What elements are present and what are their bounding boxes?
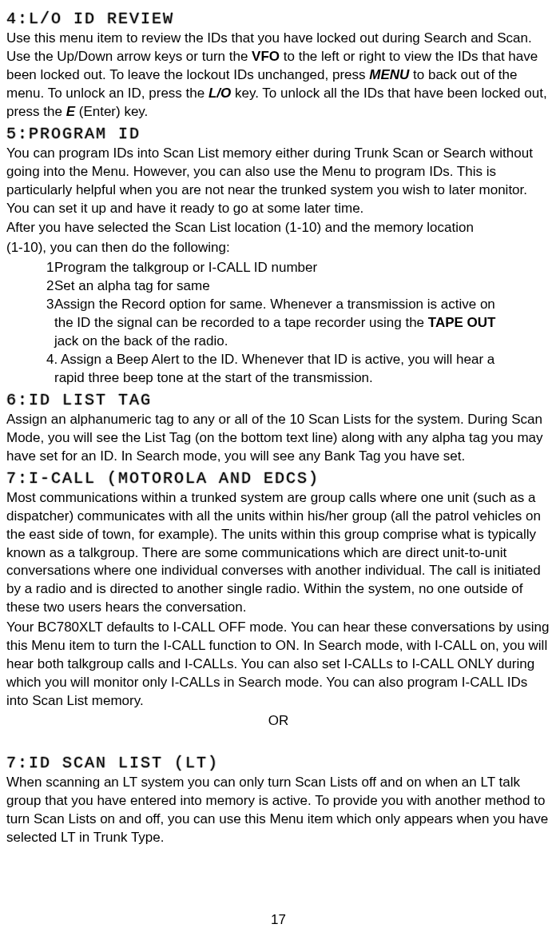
list-text: the ID the signal can be recorded to a t… — [54, 314, 495, 333]
or-separator: OR — [6, 712, 550, 731]
spacer — [46, 314, 54, 333]
heading-4-lo-id-review: 4:L/O ID REVIEW — [6, 8, 550, 30]
list-number: 1 — [46, 259, 54, 277]
sec5-list: 1Program the talkgroup or I-CALL ID numb… — [6, 259, 550, 388]
sec7a-p2: Your BC780XLT defaults to I-CALL OFF mod… — [6, 619, 550, 711]
page-number: 17 — [6, 911, 550, 930]
list-text: jack on the back of the radio. — [54, 333, 228, 351]
list-text: Assign a Beep Alert to the ID. Whenever … — [61, 351, 494, 369]
list-number: 4. — [46, 351, 61, 369]
bold-tape-out: TAPE OUT — [428, 315, 496, 330]
text: (Enter) key. — [75, 104, 148, 119]
heading-6-id-list-tag: 6:ID LIST TAG — [6, 389, 550, 411]
list-item: 4.Assign a Beep Alert to the ID. Wheneve… — [46, 351, 550, 369]
sec7a-p1: Most communications within a trunked sys… — [6, 489, 550, 618]
list-item: 1Program the talkgroup or I-CALL ID numb… — [46, 259, 550, 277]
sec7b-p1: When scanning an LT system you can only … — [6, 774, 550, 847]
heading-7-icall: 7:I-CALL (MOTOROLA AND EDCS) — [6, 468, 550, 489]
bold-italic-e: E — [66, 104, 75, 119]
sec5-p1: You can program IDs into Scan List memor… — [6, 145, 550, 218]
list-number: 2 — [46, 277, 54, 296]
sec5-p2: After you have selected the Scan List lo… — [6, 219, 550, 237]
list-item: 3Assign the Record option for same. When… — [46, 296, 550, 314]
spacer — [46, 369, 54, 388]
list-item-continuation: jack on the back of the radio. — [46, 333, 550, 351]
sec6-p1: Assign an alphanumeric tag to any or all… — [6, 411, 550, 466]
list-text: Assign the Record option for same. Whene… — [54, 296, 495, 314]
list-number: 3 — [46, 296, 54, 314]
bold-italic-menu: MENU — [369, 67, 409, 82]
list-item-continuation: rapid three beep tone at the start of th… — [46, 369, 550, 388]
bold-italic-lo: L/O — [209, 86, 231, 101]
heading-7-id-scan-list-lt: 7:ID SCAN LIST (LT) — [6, 752, 550, 774]
spacer — [46, 333, 54, 351]
list-item: 2Set an alpha tag for same — [46, 277, 550, 296]
list-text: Program the talkgroup or I-CALL ID numbe… — [54, 259, 317, 277]
sec4-paragraph: Use this menu item to review the IDs tha… — [6, 30, 550, 121]
list-text: Set an alpha tag for same — [54, 277, 210, 296]
text: the ID the signal can be recorded to a t… — [54, 315, 428, 330]
sec5-p3: (1-10), you can then do the following: — [6, 239, 550, 257]
bold-vfo: VFO — [252, 49, 280, 64]
list-text: rapid three beep tone at the start of th… — [54, 369, 373, 388]
heading-5-program-id: 5:PROGRAM ID — [6, 123, 550, 145]
list-item-continuation: the ID the signal can be recorded to a t… — [46, 314, 550, 333]
